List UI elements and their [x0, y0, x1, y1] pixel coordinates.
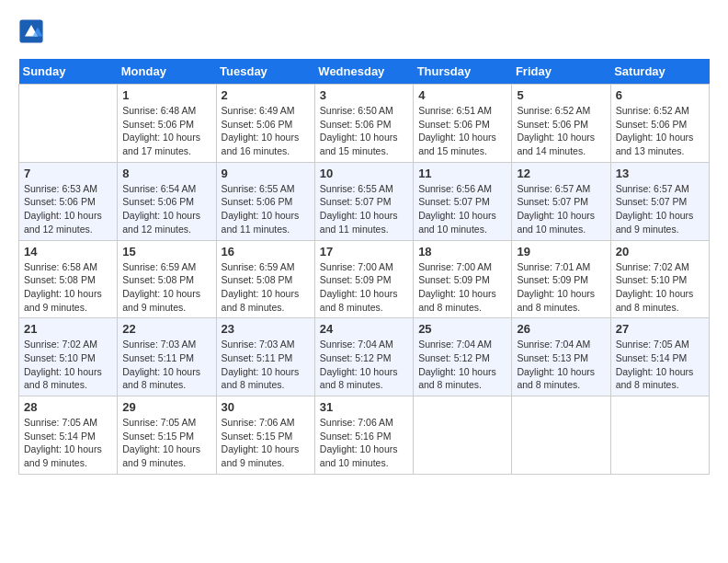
day-number: 17 [320, 245, 408, 259]
day-info: Sunrise: 6:49 AM Sunset: 5:06 PM Dayligh… [222, 104, 310, 158]
day-info: Sunrise: 6:59 AM Sunset: 5:08 PM Dayligh… [222, 260, 310, 315]
calendar-table: SundayMondayTuesdayWednesdayThursdayFrid… [18, 59, 710, 475]
calendar-cell [414, 396, 512, 475]
calendar-cell: 17 Sunrise: 7:00 AM Sunset: 5:09 PM Dayl… [314, 240, 413, 318]
day-info: Sunrise: 6:54 AM Sunset: 5:06 PM Dayligh… [122, 182, 210, 236]
day-number: 19 [517, 245, 605, 259]
calendar-cell [512, 396, 610, 475]
day-number: 9 [222, 167, 310, 180]
calendar-week-3: 14 Sunrise: 6:58 AM Sunset: 5:08 PM Dayl… [19, 240, 710, 318]
day-info: Sunrise: 6:57 AM Sunset: 5:07 PM Dayligh… [616, 182, 704, 236]
calendar-cell: 5 Sunrise: 6:52 AM Sunset: 5:06 PM Dayli… [512, 85, 610, 163]
calendar-week-5: 28 Sunrise: 7:05 AM Sunset: 5:14 PM Dayl… [19, 396, 710, 475]
weekday-header-row: SundayMondayTuesdayWednesdayThursdayFrid… [19, 59, 710, 85]
weekday-header-thursday: Thursday [414, 59, 512, 85]
day-info: Sunrise: 6:58 AM Sunset: 5:08 PM Dayligh… [24, 260, 112, 315]
calendar-cell: 4 Sunrise: 6:51 AM Sunset: 5:06 PM Dayli… [414, 85, 512, 163]
day-number: 3 [320, 88, 408, 102]
day-info: Sunrise: 7:00 AM Sunset: 5:09 PM Dayligh… [418, 260, 506, 315]
day-number: 18 [418, 245, 506, 259]
day-info: Sunrise: 6:56 AM Sunset: 5:07 PM Dayligh… [418, 182, 506, 236]
calendar-cell: 27 Sunrise: 7:05 AM Sunset: 5:14 PM Dayl… [610, 318, 709, 396]
calendar-cell: 7 Sunrise: 6:53 AM Sunset: 5:06 PM Dayli… [19, 162, 118, 240]
calendar-week-1: 1 Sunrise: 6:48 AM Sunset: 5:06 PM Dayli… [19, 85, 710, 163]
calendar-cell: 25 Sunrise: 7:04 AM Sunset: 5:12 PM Dayl… [414, 318, 512, 396]
calendar-cell: 12 Sunrise: 6:57 AM Sunset: 5:07 PM Dayl… [512, 162, 610, 240]
day-number: 27 [616, 322, 704, 336]
calendar-cell: 1 Sunrise: 6:48 AM Sunset: 5:06 PM Dayli… [118, 85, 216, 163]
day-info: Sunrise: 6:55 AM Sunset: 5:06 PM Dayligh… [222, 182, 310, 236]
day-info: Sunrise: 7:06 AM Sunset: 5:16 PM Dayligh… [320, 416, 408, 470]
calendar-cell: 20 Sunrise: 7:02 AM Sunset: 5:10 PM Dayl… [610, 240, 709, 318]
calendar-cell: 24 Sunrise: 7:04 AM Sunset: 5:12 PM Dayl… [314, 318, 413, 396]
calendar-cell [610, 396, 709, 475]
calendar-cell: 31 Sunrise: 7:06 AM Sunset: 5:16 PM Dayl… [314, 396, 413, 475]
calendar-cell: 30 Sunrise: 7:06 AM Sunset: 5:15 PM Dayl… [216, 396, 314, 475]
weekday-header-friday: Friday [512, 59, 610, 85]
day-number: 12 [517, 167, 605, 180]
page-header [18, 18, 710, 44]
calendar-cell: 18 Sunrise: 7:00 AM Sunset: 5:09 PM Dayl… [414, 240, 512, 318]
calendar-cell: 14 Sunrise: 6:58 AM Sunset: 5:08 PM Dayl… [19, 240, 118, 318]
day-info: Sunrise: 7:04 AM Sunset: 5:12 PM Dayligh… [418, 338, 506, 392]
day-number: 4 [418, 88, 506, 102]
calendar-cell: 9 Sunrise: 6:55 AM Sunset: 5:06 PM Dayli… [216, 162, 314, 240]
calendar-cell: 3 Sunrise: 6:50 AM Sunset: 5:06 PM Dayli… [314, 85, 413, 163]
day-info: Sunrise: 6:52 AM Sunset: 5:06 PM Dayligh… [517, 104, 605, 158]
day-number: 1 [122, 88, 210, 102]
day-info: Sunrise: 6:55 AM Sunset: 5:07 PM Dayligh… [320, 182, 408, 236]
calendar-cell: 22 Sunrise: 7:03 AM Sunset: 5:11 PM Dayl… [118, 318, 216, 396]
day-number: 8 [122, 167, 210, 180]
calendar-cell [19, 85, 118, 163]
day-info: Sunrise: 7:05 AM Sunset: 5:14 PM Dayligh… [24, 416, 112, 470]
logo-icon [18, 18, 44, 44]
weekday-header-tuesday: Tuesday [216, 59, 314, 85]
day-number: 20 [616, 245, 704, 259]
calendar-cell: 29 Sunrise: 7:05 AM Sunset: 5:15 PM Dayl… [118, 396, 216, 475]
day-info: Sunrise: 7:02 AM Sunset: 5:10 PM Dayligh… [24, 338, 112, 392]
day-number: 21 [24, 322, 112, 336]
day-info: Sunrise: 6:59 AM Sunset: 5:08 PM Dayligh… [122, 260, 210, 315]
day-number: 7 [24, 167, 112, 180]
calendar-cell: 11 Sunrise: 6:56 AM Sunset: 5:07 PM Dayl… [414, 162, 512, 240]
calendar-cell: 23 Sunrise: 7:03 AM Sunset: 5:11 PM Dayl… [216, 318, 314, 396]
day-number: 13 [616, 167, 704, 180]
calendar-week-2: 7 Sunrise: 6:53 AM Sunset: 5:06 PM Dayli… [19, 162, 710, 240]
day-number: 29 [122, 400, 210, 414]
weekday-header-monday: Monday [118, 59, 216, 85]
calendar-cell: 8 Sunrise: 6:54 AM Sunset: 5:06 PM Dayli… [118, 162, 216, 240]
day-info: Sunrise: 6:52 AM Sunset: 5:06 PM Dayligh… [616, 104, 704, 158]
weekday-header-saturday: Saturday [610, 59, 709, 85]
day-info: Sunrise: 7:01 AM Sunset: 5:09 PM Dayligh… [517, 260, 605, 315]
calendar-cell: 21 Sunrise: 7:02 AM Sunset: 5:10 PM Dayl… [19, 318, 118, 396]
day-info: Sunrise: 6:50 AM Sunset: 5:06 PM Dayligh… [320, 104, 408, 158]
day-number: 6 [616, 88, 704, 102]
day-number: 5 [517, 88, 605, 102]
weekday-header-wednesday: Wednesday [314, 59, 413, 85]
day-info: Sunrise: 6:57 AM Sunset: 5:07 PM Dayligh… [517, 182, 605, 236]
day-number: 30 [222, 400, 310, 414]
calendar-cell: 19 Sunrise: 7:01 AM Sunset: 5:09 PM Dayl… [512, 240, 610, 318]
day-number: 28 [24, 400, 112, 414]
day-number: 10 [320, 167, 408, 180]
day-info: Sunrise: 7:03 AM Sunset: 5:11 PM Dayligh… [222, 338, 310, 392]
calendar-cell: 13 Sunrise: 6:57 AM Sunset: 5:07 PM Dayl… [610, 162, 709, 240]
day-number: 2 [222, 88, 310, 102]
day-info: Sunrise: 7:04 AM Sunset: 5:13 PM Dayligh… [517, 338, 605, 392]
day-info: Sunrise: 7:06 AM Sunset: 5:15 PM Dayligh… [222, 416, 310, 470]
day-info: Sunrise: 6:51 AM Sunset: 5:06 PM Dayligh… [418, 104, 506, 158]
calendar-cell: 15 Sunrise: 6:59 AM Sunset: 5:08 PM Dayl… [118, 240, 216, 318]
calendar-cell: 6 Sunrise: 6:52 AM Sunset: 5:06 PM Dayli… [610, 85, 709, 163]
day-number: 11 [418, 167, 506, 180]
day-info: Sunrise: 7:05 AM Sunset: 5:14 PM Dayligh… [616, 338, 704, 392]
day-number: 15 [122, 245, 210, 259]
day-info: Sunrise: 7:03 AM Sunset: 5:11 PM Dayligh… [122, 338, 210, 392]
calendar-cell: 28 Sunrise: 7:05 AM Sunset: 5:14 PM Dayl… [19, 396, 118, 475]
day-info: Sunrise: 6:48 AM Sunset: 5:06 PM Dayligh… [122, 104, 210, 158]
day-number: 24 [320, 322, 408, 336]
day-number: 23 [222, 322, 310, 336]
day-info: Sunrise: 7:02 AM Sunset: 5:10 PM Dayligh… [616, 260, 704, 315]
day-number: 31 [320, 400, 408, 414]
calendar-cell: 16 Sunrise: 6:59 AM Sunset: 5:08 PM Dayl… [216, 240, 314, 318]
calendar-cell: 2 Sunrise: 6:49 AM Sunset: 5:06 PM Dayli… [216, 85, 314, 163]
